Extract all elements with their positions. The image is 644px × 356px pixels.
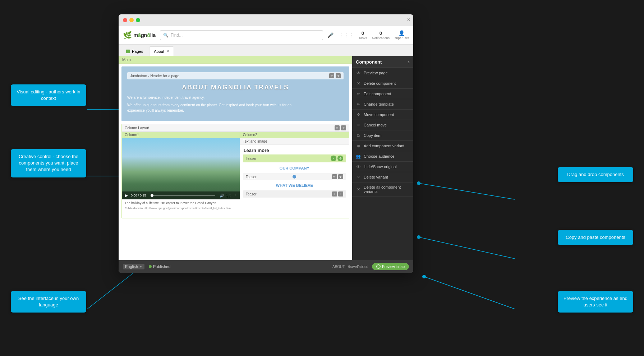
panel-item-audience-label: Choose audience: [364, 154, 395, 158]
teaser2-dot: [293, 175, 296, 179]
teaser3-move-icon[interactable]: ✛: [338, 191, 343, 197]
search-placeholder: Find...: [171, 33, 183, 38]
panel-item-hide-show[interactable]: 👁 Hide/Show original: [352, 162, 413, 172]
panel-item-change-template-label: Change template: [364, 102, 394, 106]
search-bar[interactable]: 🔍 Find...: [160, 30, 323, 40]
tab-pages[interactable]: Pages: [121, 46, 148, 56]
grid-icon: ⋮⋮⋮: [339, 32, 354, 38]
teaser1-label: Teaser: [246, 157, 257, 161]
language-selector[interactable]: English ▼: [123, 264, 144, 269]
panel-item-add-variant-label: Add component variant: [364, 144, 404, 148]
col-edit-icon[interactable]: ✏: [335, 125, 340, 130]
window-close-icon[interactable]: ✕: [407, 17, 410, 22]
callout-preview-text: Preview the experience as end users see …: [564, 296, 627, 308]
panel-item-delete-component[interactable]: ✕ Delete component: [352, 78, 413, 89]
video-thumbnail: ▶ 0:00 / 0:15 🔊 ⛶ ⋮: [122, 138, 240, 199]
tab-close-icon[interactable]: ✕: [166, 49, 169, 53]
published-badge: Published: [149, 264, 170, 269]
text-image-bar: Text and image: [240, 138, 349, 145]
preview-btn-label: Preview in tab: [382, 265, 405, 269]
video-overlay: ▶ 0:00 / 0:15 🔊 ⛶ ⋮: [122, 191, 240, 199]
more-icon[interactable]: ⋮: [233, 194, 237, 198]
panel-item-delete-all-variants[interactable]: ✕ Delete all component variants: [352, 182, 413, 197]
callout-copy-text: Copy and paste components: [566, 235, 625, 240]
tab-about[interactable]: About ✕: [149, 46, 174, 56]
panel-item-move-label: Move component: [364, 112, 394, 117]
tasks-count: 0: [362, 31, 364, 36]
user-icon: 👤: [399, 30, 405, 36]
search-icon: 🔍: [163, 33, 169, 38]
teaser2-icons: ✏ ✛: [332, 174, 343, 179]
panel-item-edit-component[interactable]: ✏ Edit component: [352, 89, 413, 99]
panel-item-copy-item[interactable]: ⧉ Copy item: [352, 130, 413, 141]
notifications-count: 0: [380, 31, 382, 36]
preview-in-tab-button[interactable]: Preview in tab: [372, 263, 409, 270]
video-progress-bar[interactable]: [151, 195, 215, 196]
status-bar: English ▼ Published ABOUT - /travel/abou…: [119, 260, 413, 273]
panel-item-edit-label: Edit component: [364, 92, 391, 96]
panel-item-add-variant[interactable]: ⊕ Add component variant: [352, 141, 413, 151]
panel-item-copy-label: Copy item: [364, 133, 382, 138]
volume-icon[interactable]: 🔊: [220, 194, 224, 198]
panel-arrow-icon[interactable]: ›: [408, 59, 410, 65]
callout-preview: Preview the experience as end users see …: [558, 291, 633, 313]
video-caption: The holiday of a lifetime. Helicopter to…: [122, 199, 240, 212]
panel-item-change-template[interactable]: ✏ Change template: [352, 99, 413, 110]
column-layout: Column Layout ✏ ✛ Column1: [121, 124, 349, 218]
teaser1-icons: ✓ ✛: [331, 156, 343, 161]
panel-item-preview-page[interactable]: 👁 Preview page: [352, 68, 413, 78]
superuser-label: superuser: [395, 36, 409, 40]
video-controls: ▶ 0:00 / 0:15 🔊 ⛶ ⋮: [125, 193, 237, 198]
edit-icon[interactable]: ✏: [329, 73, 334, 78]
tab-bar: Pages About ✕ ✕: [119, 45, 413, 56]
main-content: Main Jumbotron - Header for a page ✏ ✛ A…: [119, 56, 413, 260]
teaser-move-icon[interactable]: ✛: [337, 156, 343, 161]
preview-page-icon: 👁: [356, 70, 361, 75]
delete-all-icon: ✕: [356, 187, 361, 192]
callout-copy-paste: Copy and paste components: [558, 230, 633, 245]
fullscreen-icon[interactable]: ⛶: [227, 194, 230, 198]
play-button[interactable]: ▶: [125, 193, 128, 198]
traffic-light-red[interactable]: [123, 18, 127, 22]
jumbotron-title: ABOUT MAGNOLIA TRAVELS: [127, 84, 344, 91]
what-we-believe-text: WHAT WE BELIEVE: [240, 181, 349, 190]
traffic-light-green[interactable]: [136, 18, 140, 22]
traffic-light-yellow[interactable]: [129, 18, 134, 22]
teaser3-icons: ✏ ✛: [332, 191, 343, 197]
move-icon[interactable]: ✛: [336, 73, 341, 78]
panel-item-cancel-move[interactable]: ✕ Cancel move: [352, 120, 413, 130]
callout-creative-text: Creative control - choose the components…: [19, 154, 78, 172]
lang-dropdown-icon: ▼: [139, 265, 142, 268]
learn-more-text: Learn more: [240, 145, 349, 154]
teaser-bar-1: Teaser ✓ ✛: [243, 154, 346, 162]
col-move-icon[interactable]: ✛: [341, 125, 346, 130]
teaser3-label: Teaser: [246, 192, 257, 196]
col2-label: Column2: [243, 133, 257, 137]
column-right: Column2 Text and image Learn more Teaser…: [240, 132, 349, 218]
superuser-group: 👤 superuser: [395, 30, 409, 40]
svg-point-11: [422, 275, 426, 278]
tasks-group: 0 Tasks: [359, 31, 367, 40]
delete-component-icon: ✕: [356, 81, 361, 86]
callout-visual-text: Visual editing - authors work in context: [17, 89, 80, 101]
callout-drag-drop: Drag and drop components: [558, 167, 633, 182]
svg-line-8: [419, 237, 515, 259]
teaser-check-icon[interactable]: ✓: [331, 156, 336, 161]
tab-about-label: About: [154, 49, 164, 54]
panel-item-choose-audience[interactable]: 👥 Choose audience: [352, 151, 413, 162]
path-info: ABOUT - /travel/about: [332, 265, 368, 269]
published-dot: [149, 265, 152, 268]
add-variant-icon: ⊕: [356, 143, 361, 148]
svg-line-6: [419, 183, 515, 199]
panel-item-move-component[interactable]: ✛ Move component: [352, 110, 413, 120]
panel-item-delete-variant[interactable]: ✕ Delete variant: [352, 172, 413, 182]
teaser2-move-icon[interactable]: ✛: [338, 174, 343, 179]
teaser2-edit-icon[interactable]: ✏: [332, 174, 337, 179]
teaser3-edit-icon[interactable]: ✏: [332, 191, 337, 197]
callout-drag-text: Drag and drop components: [567, 172, 624, 177]
notifications-group: 0 Notifications: [372, 31, 390, 40]
callout-language: See the interface in your own language: [11, 291, 86, 313]
jumbotron-bar: Jumbotron - Header for a page ✏ ✛: [127, 72, 344, 79]
hide-show-icon: 👁: [356, 164, 361, 169]
tasks-label: Tasks: [359, 36, 367, 40]
